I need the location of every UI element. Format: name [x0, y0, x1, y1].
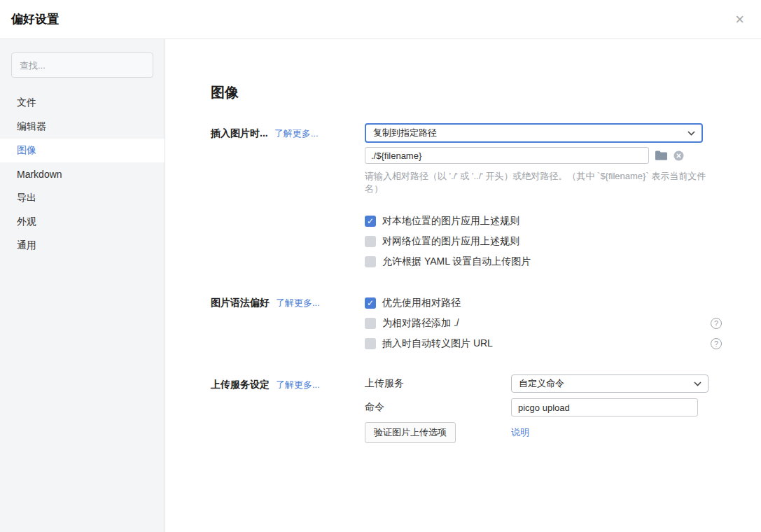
clear-icon[interactable]	[673, 150, 684, 161]
upload-service-row: 上传服务 自定义命令	[365, 374, 722, 393]
upload-service-select-value: 自定义命令	[519, 377, 564, 390]
sidebar-nav: 文件 编辑器 图像 Markdown 导出 外观 通用	[0, 91, 165, 258]
image-syntax-label-col: 图片语法偏好 了解更多...	[211, 293, 365, 309]
checkbox-row-relative-path: 优先使用相对路径	[365, 293, 722, 313]
chevron-down-icon	[694, 382, 701, 386]
help-icon[interactable]: ?	[711, 318, 722, 329]
syntax-learn-more-link[interactable]: 了解更多...	[276, 297, 320, 309]
layout: 文件 编辑器 图像 Markdown 导出 外观 通用 图像 插入图片时... …	[0, 39, 761, 532]
upload-service-controls: 上传服务 自定义命令 命令 验证图	[365, 374, 722, 449]
insert-action-select-value: 复制到指定路径	[373, 127, 437, 139]
image-syntax-controls: 优先使用相对路径 为相对路径添加 ./ ? 插入时自动转义图片 URL ?	[365, 293, 722, 354]
escape-url-checkbox[interactable]	[365, 338, 376, 349]
checkbox-label: 对本地位置的图片应用上述规则	[382, 215, 519, 227]
upload-service-label-col: 上传服务设定 了解更多...	[211, 374, 365, 391]
sidebar-item-export[interactable]: 导出	[0, 186, 165, 210]
checkbox-label: 为相对路径添加 ./	[382, 317, 459, 330]
validate-upload-button[interactable]: 验证图片上传选项	[365, 422, 456, 443]
checkbox-row-escape-url: 插入时自动转义图片 URL ?	[365, 333, 722, 354]
command-field-label: 命令	[365, 401, 511, 414]
checkbox-row-add-dot-slash: 为相对路径添加 ./ ?	[365, 313, 722, 333]
command-row: 命令	[365, 398, 722, 416]
sidebar-item-editor[interactable]: 编辑器	[0, 115, 165, 139]
sidebar: 文件 编辑器 图像 Markdown 导出 外观 通用	[0, 39, 165, 532]
insert-action-select[interactable]: 复制到指定路径	[365, 123, 703, 143]
path-row	[365, 147, 722, 164]
checkbox-row-local-rule: 对本地位置的图片应用上述规则	[365, 211, 722, 231]
relative-path-checkbox[interactable]	[365, 298, 376, 309]
yaml-upload-checkbox[interactable]	[365, 256, 376, 267]
upload-learn-more-link[interactable]: 了解更多...	[276, 379, 320, 391]
path-input[interactable]	[365, 147, 649, 164]
window-title: 偏好设置	[11, 11, 59, 27]
command-input[interactable]	[511, 398, 698, 416]
sidebar-item-file[interactable]: 文件	[0, 91, 165, 115]
chevron-down-icon	[687, 131, 695, 136]
validate-row: 验证图片上传选项 说明	[365, 422, 722, 443]
page-title: 图像	[211, 83, 722, 102]
checkbox-row-network-rule: 对网络位置的图片应用上述规则	[365, 231, 722, 251]
checkbox-label: 允许根据 YAML 设置自动上传图片	[382, 255, 531, 268]
search-input[interactable]	[11, 52, 153, 78]
titlebar: 偏好设置 ×	[0, 0, 761, 39]
insert-image-section: 插入图片时... 了解更多... 复制到指定路径	[211, 123, 722, 272]
sidebar-item-markdown[interactable]: Markdown	[0, 162, 165, 186]
sidebar-item-appearance[interactable]: 外观	[0, 210, 165, 234]
insert-image-label-col: 插入图片时... 了解更多...	[211, 123, 365, 140]
sidebar-item-general[interactable]: 通用	[0, 234, 165, 258]
insert-learn-more-link[interactable]: 了解更多...	[274, 127, 319, 140]
path-hint: 请输入相对路径（以 './' 或 '../' 开头）或绝对路径。（其中 `${f…	[365, 170, 722, 195]
network-rule-checkbox[interactable]	[365, 236, 376, 247]
local-rule-checkbox[interactable]	[365, 216, 376, 227]
validate-button-slot: 验证图片上传选项	[365, 422, 511, 443]
search-box	[0, 52, 165, 78]
insert-checkbox-group: 对本地位置的图片应用上述规则 对网络位置的图片应用上述规则 允许根据 YAML …	[365, 211, 722, 272]
upload-service-field-label: 上传服务	[365, 377, 511, 390]
upload-service-section: 上传服务设定 了解更多... 上传服务 自定义命令 命令	[211, 374, 722, 449]
checkbox-row-yaml-upload: 允许根据 YAML 设置自动上传图片	[365, 251, 722, 272]
close-icon[interactable]: ×	[735, 12, 744, 27]
checkbox-label: 对网络位置的图片应用上述规则	[382, 235, 519, 248]
upload-service-select[interactable]: 自定义命令	[511, 374, 708, 393]
help-icon[interactable]: ?	[711, 338, 722, 349]
sidebar-item-image[interactable]: 图像	[0, 139, 165, 162]
folder-icon[interactable]	[655, 150, 667, 160]
insert-image-controls: 复制到指定路径 请输入相对路径（以 './	[365, 123, 722, 272]
image-syntax-section: 图片语法偏好 了解更多... 优先使用相对路径 为相对路径添加 ./ ?	[211, 293, 722, 354]
instructions-link[interactable]: 说明	[511, 426, 529, 439]
settings-panel: 图像 插入图片时... 了解更多... 复制到指定路径	[165, 39, 761, 532]
upload-service-label: 上传服务设定	[211, 379, 270, 391]
preferences-window: 偏好设置 × 文件 编辑器 图像 Markdown 导出 外观 通用 图像 插	[0, 0, 761, 532]
checkbox-label: 优先使用相对路径	[382, 297, 461, 309]
add-dot-slash-checkbox[interactable]	[365, 318, 376, 329]
insert-image-label: 插入图片时...	[211, 127, 268, 140]
image-syntax-label: 图片语法偏好	[211, 297, 270, 309]
checkbox-label: 插入时自动转义图片 URL	[382, 337, 493, 350]
